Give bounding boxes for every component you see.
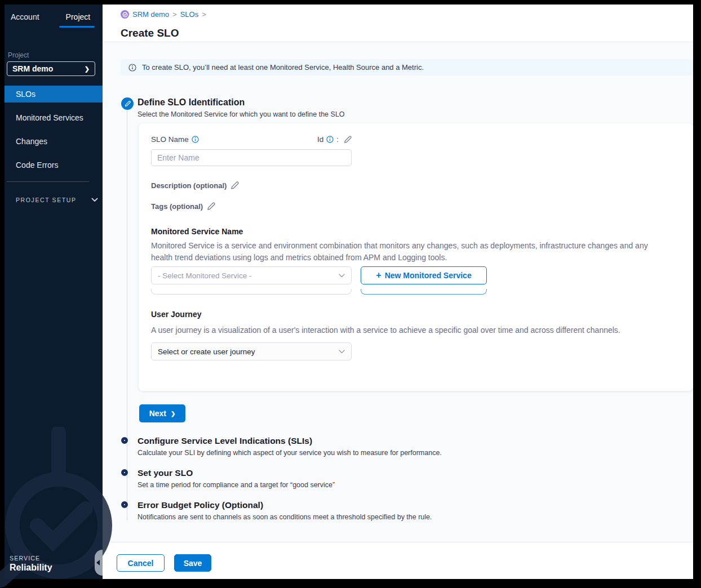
collapse-arrow-icon <box>96 560 100 565</box>
tab-account[interactable]: Account <box>11 12 39 21</box>
sidebar-item-slos[interactable]: SLOs <box>5 86 103 103</box>
main-area: SRM demo > SLOs > Create SLO To create S… <box>103 5 693 579</box>
save-button[interactable]: Save <box>174 554 211 572</box>
description-toggle[interactable]: Description (optional) <box>151 181 239 190</box>
new-monitored-service-label: New Monitored Service <box>385 271 472 280</box>
step1-header: Define SLO Identification Select the Mon… <box>137 97 345 118</box>
slo-name-label: SLO Name <box>151 135 189 144</box>
sidebar-item-changes[interactable]: Changes <box>5 133 103 150</box>
new-monitored-service-button-shadow <box>361 289 487 295</box>
step2-title: Configure Service Level Indications (SLI… <box>137 436 442 446</box>
module-kicker: SERVICE <box>10 555 52 562</box>
tags-toggle[interactable]: Tags (optional) <box>151 202 215 211</box>
tags-label: Tags (optional) <box>151 202 203 211</box>
slo-name-input[interactable] <box>151 149 352 166</box>
monitored-service-select-shadow <box>151 289 352 295</box>
app-window: Account Project Project SRM demo ❯ SLOs … <box>5 5 693 579</box>
edit-tags-icon <box>207 202 215 211</box>
user-journey-select-value: Select or create user journey <box>158 348 255 356</box>
id-label: Id <box>317 135 323 144</box>
wizard-content: To create SLO, you’ll need at least one … <box>103 43 693 542</box>
project-selector[interactable]: SRM demo ❯ <box>7 61 95 76</box>
monitored-service-description: Monitored Service is a service and envir… <box>151 240 664 264</box>
step2-indicator[interactable] <box>121 437 128 444</box>
project-setup-label: PROJECT SETUP <box>16 197 77 203</box>
project-selector-value: SRM demo <box>12 64 53 73</box>
slo-identification-card: SLO Name Id : <box>139 123 693 391</box>
step3-header[interactable]: Set your SLO Set a time period for compl… <box>137 468 335 489</box>
new-monitored-service-button[interactable]: + New Monitored Service <box>361 266 487 284</box>
info-icon[interactable] <box>326 136 334 143</box>
step1-edit-icon <box>121 97 134 110</box>
sidebar-nav: SLOs Monitored Services Changes Code Err… <box>5 86 103 180</box>
monitored-service-select[interactable]: - Select Monitored Service - <box>151 266 352 284</box>
step2-subtitle: Calculate your SLI by defining which asp… <box>137 449 442 457</box>
module-badge: SERVICE Reliability <box>10 555 52 573</box>
sidebar-collapse-button[interactable] <box>95 550 103 576</box>
step2-header[interactable]: Configure Service Level Indications (SLI… <box>137 436 442 457</box>
user-journey-heading: User Journey <box>151 310 201 319</box>
step4-indicator[interactable] <box>121 501 128 508</box>
breadcrumb-link-slos[interactable]: SLOs <box>180 10 199 19</box>
info-icon <box>128 64 136 72</box>
edit-description-icon <box>230 181 239 190</box>
wizard-connector-line <box>127 99 127 520</box>
chevron-right-icon: ❯ <box>171 411 175 417</box>
page-title: Create SLO <box>121 27 179 39</box>
plus-icon: + <box>376 271 381 280</box>
step1-title: Define SLO Identification <box>137 97 345 108</box>
sidebar: Account Project Project SRM demo ❯ SLOs … <box>5 5 103 579</box>
monitored-service-select-placeholder: - Select Monitored Service - <box>158 271 252 280</box>
user-journey-description: A user journey is a visualization of a u… <box>151 324 620 336</box>
srm-module-icon <box>121 10 129 19</box>
active-tab-underline <box>59 26 95 28</box>
next-button-label: Next <box>149 409 166 418</box>
step3-title: Set your SLO <box>137 468 335 478</box>
chevron-down-icon <box>339 350 345 354</box>
info-banner-text: To create SLO, you’ll need at least one … <box>142 63 424 72</box>
chevron-right-icon: ❯ <box>85 65 90 73</box>
chevron-down-icon <box>91 198 98 202</box>
step3-indicator[interactable] <box>121 469 128 476</box>
info-icon[interactable] <box>192 136 199 143</box>
page-footer: Cancel Save <box>103 542 693 579</box>
tab-project[interactable]: Project <box>66 12 91 21</box>
description-label: Description (optional) <box>151 181 227 190</box>
breadcrumb-separator: > <box>172 10 177 19</box>
cancel-button[interactable]: Cancel <box>117 554 165 572</box>
sidebar-divider <box>7 181 89 182</box>
breadcrumb-separator: > <box>202 10 206 19</box>
user-journey-select[interactable]: Select or create user journey <box>151 342 352 360</box>
chevron-down-icon <box>339 274 345 278</box>
step4-subtitle: Notifications are sent to channels as so… <box>137 513 432 521</box>
sidebar-item-monitored-services[interactable]: Monitored Services <box>5 109 103 126</box>
step1-subtitle: Select the Monitored Service for which y… <box>137 110 345 118</box>
project-section-label: Project <box>8 51 29 59</box>
monitored-service-heading: Monitored Service Name <box>151 227 243 236</box>
sidebar-item-project-setup[interactable]: PROJECT SETUP <box>16 197 98 203</box>
breadcrumb-link-project[interactable]: SRM demo <box>132 10 169 19</box>
sidebar-scope-tabs: Account Project <box>5 5 103 21</box>
step3-subtitle: Set a time period for compliance and a t… <box>137 481 335 489</box>
step4-title: Error Budget Policy (Optional) <box>137 500 432 510</box>
next-button[interactable]: Next ❯ <box>139 404 185 422</box>
info-banner: To create SLO, you’ll need at least one … <box>121 59 693 75</box>
sidebar-item-code-errors[interactable]: Code Errors <box>5 157 103 173</box>
page-header: SRM demo > SLOs > Create SLO <box>103 5 693 42</box>
edit-id-icon[interactable] <box>344 136 352 144</box>
step4-header[interactable]: Error Budget Policy (Optional) Notificat… <box>137 500 432 521</box>
id-separator: : <box>336 135 339 144</box>
breadcrumb: SRM demo > SLOs > <box>121 10 206 19</box>
module-name: Reliability <box>10 563 52 573</box>
